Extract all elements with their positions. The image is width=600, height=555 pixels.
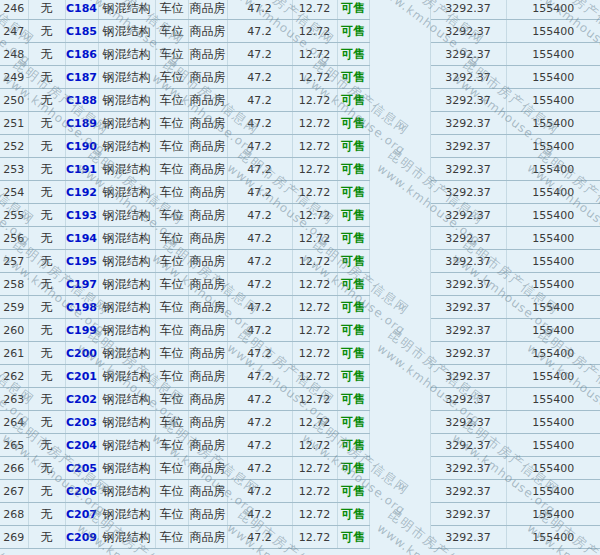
cell-structure: 钢混结构 (98, 319, 155, 342)
cell-structure: 钢混结构 (98, 480, 155, 503)
cell-use-type: 车位 (155, 89, 188, 112)
cell-spacer (369, 365, 430, 388)
unit-code-link[interactable]: C199 (66, 324, 97, 337)
cell-spacer (369, 43, 430, 66)
cell-use-type: 车位 (155, 112, 188, 135)
cell-sale-status: 可售 (337, 158, 369, 181)
cell-sale-status: 可售 (337, 227, 369, 250)
cell-vacant: 无 (28, 411, 65, 434)
cell-row-number: 268 (0, 503, 28, 526)
unit-code-link[interactable]: C205 (66, 462, 97, 475)
table-row: 257无C195钢混结构车位商品房47.212.72可售3292.3715540… (0, 250, 600, 273)
unit-code-link[interactable]: C197 (66, 278, 97, 291)
unit-code-link[interactable]: C191 (66, 163, 97, 176)
cell-spacer (369, 158, 430, 181)
unit-code-link[interactable]: C202 (66, 393, 97, 406)
unit-code-link[interactable]: C209 (66, 531, 97, 544)
cell-unit-price: 3292.37 (430, 227, 506, 250)
cell-property-type: 商品房 (188, 66, 227, 89)
cell-vacant: 无 (28, 89, 65, 112)
unit-code-link[interactable]: C194 (66, 232, 97, 245)
cell-unit-code: C187 (65, 66, 98, 89)
cell-unit-code: C193 (65, 204, 98, 227)
unit-code-link[interactable]: C188 (66, 94, 97, 107)
cell-share-area: 12.72 (292, 457, 337, 480)
cell-row-number: 257 (0, 250, 28, 273)
sale-status-label: 可售 (341, 415, 365, 429)
cell-sale-status: 可售 (337, 457, 369, 480)
unit-code-link[interactable]: C184 (66, 2, 97, 15)
cell-property-type: 商品房 (188, 273, 227, 296)
cell-property-type: 商品房 (188, 204, 227, 227)
cell-vacant: 无 (28, 296, 65, 319)
cell-share-area: 12.72 (292, 388, 337, 411)
cell-share-area: 12.72 (292, 480, 337, 503)
cell-unit-code: C205 (65, 457, 98, 480)
cell-structure: 钢混结构 (98, 342, 155, 365)
cell-share-area: 12.72 (292, 43, 337, 66)
unit-code-link[interactable]: C198 (66, 301, 97, 314)
cell-row-number: 269 (0, 526, 28, 549)
unit-code-link[interactable]: C200 (66, 347, 97, 360)
cell-build-area: 47.2 (227, 457, 292, 480)
cell-build-area: 47.2 (227, 342, 292, 365)
unit-code-link[interactable]: C187 (66, 71, 97, 84)
unit-code-link[interactable]: C190 (66, 140, 97, 153)
table-row: 255无C193钢混结构车位商品房47.212.72可售3292.3715540… (0, 204, 600, 227)
cell-total-price: 155400 (506, 20, 600, 43)
cell-total-price: 155400 (506, 342, 600, 365)
cell-unit-code: C199 (65, 319, 98, 342)
parking-listing-table: 246无C184钢混结构车位商品房47.212.72可售3292.3715540… (0, 0, 600, 549)
cell-row-number: 247 (0, 20, 28, 43)
cell-vacant: 无 (28, 135, 65, 158)
cell-structure: 钢混结构 (98, 66, 155, 89)
unit-code-link[interactable]: C203 (66, 416, 97, 429)
cell-unit-price: 3292.37 (430, 319, 506, 342)
cell-unit-code: C203 (65, 411, 98, 434)
unit-code-link[interactable]: C206 (66, 485, 97, 498)
cell-spacer (369, 342, 430, 365)
cell-sale-status: 可售 (337, 526, 369, 549)
cell-share-area: 12.72 (292, 411, 337, 434)
unit-code-link[interactable]: C192 (66, 186, 97, 199)
table-row: 258无C197钢混结构车位商品房47.212.72可售3292.3715540… (0, 273, 600, 296)
cell-unit-price: 3292.37 (430, 158, 506, 181)
cell-build-area: 47.2 (227, 0, 292, 20)
cell-unit-code: C188 (65, 89, 98, 112)
cell-unit-price: 3292.37 (430, 526, 506, 549)
table-row: 249无C187钢混结构车位商品房47.212.72可售3292.3715540… (0, 66, 600, 89)
cell-vacant: 无 (28, 250, 65, 273)
cell-structure: 钢混结构 (98, 135, 155, 158)
cell-vacant: 无 (28, 480, 65, 503)
cell-vacant: 无 (28, 273, 65, 296)
cell-use-type: 车位 (155, 503, 188, 526)
cell-row-number: 256 (0, 227, 28, 250)
table-row: 251无C189钢混结构车位商品房47.212.72可售3292.3715540… (0, 112, 600, 135)
unit-code-link[interactable]: C185 (66, 25, 97, 38)
cell-unit-code: C195 (65, 250, 98, 273)
table-row: 252无C190钢混结构车位商品房47.212.72可售3292.3715540… (0, 135, 600, 158)
unit-code-link[interactable]: C189 (66, 117, 97, 130)
cell-vacant: 无 (28, 365, 65, 388)
cell-sale-status: 可售 (337, 365, 369, 388)
cell-unit-code: C200 (65, 342, 98, 365)
unit-code-link[interactable]: C193 (66, 209, 97, 222)
cell-total-price: 155400 (506, 273, 600, 296)
unit-code-link[interactable]: C201 (66, 370, 97, 383)
cell-share-area: 12.72 (292, 296, 337, 319)
cell-unit-price: 3292.37 (430, 273, 506, 296)
cell-structure: 钢混结构 (98, 457, 155, 480)
cell-structure: 钢混结构 (98, 388, 155, 411)
unit-code-link[interactable]: C207 (66, 508, 97, 521)
cell-sale-status: 可售 (337, 342, 369, 365)
cell-property-type: 商品房 (188, 112, 227, 135)
unit-code-link[interactable]: C186 (66, 48, 97, 61)
cell-total-price: 155400 (506, 112, 600, 135)
cell-share-area: 12.72 (292, 250, 337, 273)
cell-build-area: 47.2 (227, 89, 292, 112)
cell-use-type: 车位 (155, 204, 188, 227)
cell-use-type: 车位 (155, 319, 188, 342)
unit-code-link[interactable]: C204 (66, 439, 97, 452)
unit-code-link[interactable]: C195 (66, 255, 97, 268)
cell-row-number: 255 (0, 204, 28, 227)
